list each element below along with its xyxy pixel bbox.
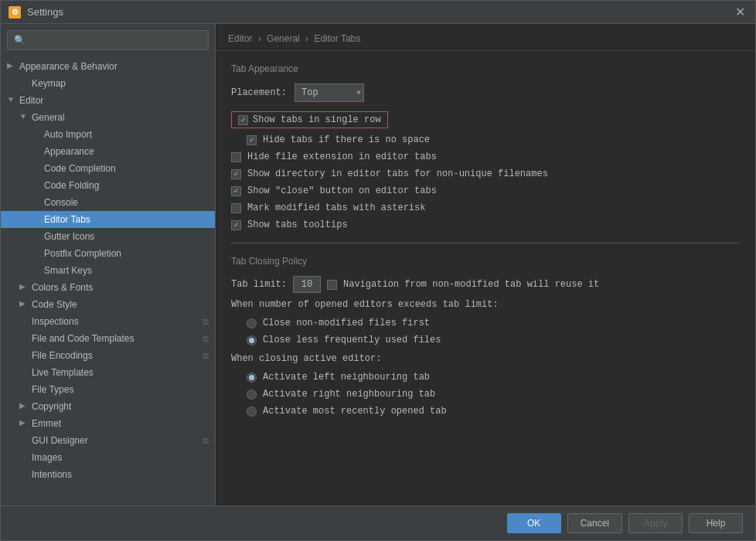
arrow-icon: [32, 180, 43, 191]
sidebar-item-code-folding[interactable]: Code Folding: [1, 177, 215, 194]
section-divider: [231, 243, 740, 243]
sidebar-item-appearance-behavior[interactable]: Appearance & Behavior: [1, 58, 215, 75]
sidebar-item-gutter-icons[interactable]: Gutter Icons: [1, 228, 215, 245]
ok-button[interactable]: OK: [507, 513, 561, 533]
arrow-icon: [7, 95, 18, 106]
checkbox-label-show-single-row: Show tabs in single row: [253, 114, 381, 125]
placement-select-wrapper[interactable]: Top Bottom Left Right ▼: [295, 83, 364, 102]
titlebar: ⚙ Settings ✕: [1, 1, 755, 24]
search-icon: 🔍: [14, 35, 26, 46]
checkbox-hide-extension[interactable]: [231, 152, 241, 162]
sidebar-item-editor[interactable]: Editor: [1, 92, 215, 109]
checkbox-label-mark-modified: Mark modified tabs with asterisk: [247, 202, 425, 213]
sidebar-item-code-completion[interactable]: Code Completion: [1, 160, 215, 177]
sidebar-item-inspections[interactable]: Inspections ⧉: [1, 313, 215, 330]
checkbox-show-directory[interactable]: [231, 169, 241, 179]
sidebar-item-label: File Types: [32, 384, 73, 395]
sidebar-item-editor-tabs[interactable]: Editor Tabs: [1, 211, 215, 228]
when-closing-row: When closing active editor:: [231, 353, 740, 364]
sidebar-item-copyright[interactable]: Copyright: [1, 398, 215, 415]
checkbox-hide-no-space[interactable]: [247, 135, 257, 145]
settings-tree: Appearance & Behavior Keymap Editor Gene…: [1, 56, 215, 505]
sidebar-item-label: GUI Designer: [32, 435, 88, 446]
breadcrumb-part-2: General: [267, 33, 300, 44]
arrow-icon: [32, 146, 43, 157]
radio-activate-left[interactable]: [247, 373, 257, 383]
section-tab-closing-title: Tab Closing Policy: [231, 256, 740, 267]
sidebar-item-label: Emmet: [32, 418, 61, 429]
arrow-icon: [19, 435, 30, 446]
radio-row-activate-left: Activate left neighbouring tab: [231, 372, 740, 383]
radio-close-less-frequent[interactable]: [247, 335, 257, 345]
breadcrumb-separator: ›: [258, 33, 261, 44]
checkbox-label-hide-extension: Hide file extension in editor tabs: [247, 151, 437, 162]
arrow-icon: [19, 384, 30, 395]
tab-limit-row: Tab limit: Navigation from non-modified …: [231, 276, 740, 293]
sidebar-item-file-types[interactable]: File Types: [1, 381, 215, 398]
sidebar-item-images[interactable]: Images: [1, 449, 215, 466]
section-tab-appearance-title: Tab Appearance: [231, 63, 740, 74]
setting-row-hide-no-space: Hide tabs if there is no space: [231, 134, 740, 145]
main-content: 🔍 Appearance & Behavior Keymap Editor: [1, 24, 755, 505]
arrow-icon: [32, 163, 43, 174]
sidebar-item-console[interactable]: Console: [1, 194, 215, 211]
arrow-icon: [32, 129, 43, 140]
arrow-icon: [19, 350, 30, 361]
arrow-icon: [19, 316, 30, 327]
sidebar-item-colors-fonts[interactable]: Colors & Fonts: [1, 279, 215, 296]
sidebar-item-code-style[interactable]: Code Style: [1, 296, 215, 313]
copy-icon: ⧉: [203, 334, 209, 344]
sidebar-item-label: File Encodings: [32, 350, 93, 361]
sidebar-item-label: Intentions: [32, 469, 72, 480]
sidebar-item-label: Smart Keys: [44, 265, 92, 276]
help-button[interactable]: Help: [689, 513, 743, 533]
radio-activate-recent[interactable]: [247, 407, 257, 417]
when-closing-label: When closing active editor:: [231, 353, 381, 364]
checkbox-show-tooltips[interactable]: [231, 220, 241, 230]
sidebar-item-label: Editor: [19, 95, 43, 106]
radio-label-close-less-frequent: Close less frequently used files: [263, 335, 441, 345]
checkbox-nav-reuse[interactable]: [327, 280, 337, 290]
sidebar-item-label: Editor Tabs: [44, 214, 90, 225]
sidebar-item-gui-designer[interactable]: GUI Designer ⧉: [1, 432, 215, 449]
sidebar-item-auto-import[interactable]: Auto Import: [1, 126, 215, 143]
arrow-icon: [19, 367, 30, 378]
arrow-icon: [19, 452, 30, 463]
sidebar-item-live-templates[interactable]: Live Templates: [1, 364, 215, 381]
checkbox-show-single-row[interactable]: [238, 115, 248, 125]
checkbox-label-hide-no-space: Hide tabs if there is no space: [263, 134, 430, 145]
search-box[interactable]: 🔍: [7, 30, 209, 50]
search-input[interactable]: [30, 35, 202, 46]
sidebar-item-label: Code Completion: [44, 163, 116, 174]
breadcrumb-part-3: Editor Tabs: [314, 33, 360, 44]
arrow-icon: [32, 248, 43, 259]
sidebar-item-file-encodings[interactable]: File Encodings ⧉: [1, 347, 215, 364]
tab-limit-input[interactable]: [293, 276, 321, 293]
radio-activate-right[interactable]: [247, 390, 257, 400]
sidebar-item-general[interactable]: General: [1, 109, 215, 126]
placement-select[interactable]: Top Bottom Left Right: [295, 83, 364, 102]
close-button[interactable]: ✕: [732, 5, 747, 20]
sidebar-item-emmet[interactable]: Emmet: [1, 415, 215, 432]
sidebar-item-postfix-completion[interactable]: Postfix Completion: [1, 245, 215, 262]
radio-row-activate-recent: Activate most recently opened tab: [231, 406, 740, 417]
placement-label: Placement:: [231, 87, 287, 98]
cancel-button[interactable]: Cancel: [567, 513, 622, 533]
sidebar-item-appearance[interactable]: Appearance: [1, 143, 215, 160]
highlighted-row: Show tabs in single row: [231, 111, 388, 128]
sidebar-item-label: Copyright: [32, 401, 71, 412]
when-exceeds-label: When number of opened editors exceeds ta…: [231, 299, 499, 310]
apply-button[interactable]: Apply: [628, 513, 683, 533]
sidebar-item-intentions[interactable]: Intentions: [1, 466, 215, 483]
radio-close-non-modified[interactable]: [247, 318, 257, 328]
sidebar-item-file-code-templates[interactable]: File and Code Templates ⧉: [1, 330, 215, 347]
checkbox-show-close[interactable]: [231, 186, 241, 196]
radio-row-activate-right: Activate right neighbouring tab: [231, 389, 740, 400]
app-icon: ⚙: [9, 6, 21, 19]
sidebar-item-label: Code Folding: [44, 180, 99, 191]
setting-row-hide-extension: Hide file extension in editor tabs: [231, 151, 740, 162]
sidebar-item-keymap[interactable]: Keymap: [1, 75, 215, 92]
checkbox-mark-modified[interactable]: [231, 203, 241, 213]
sidebar-item-smart-keys[interactable]: Smart Keys: [1, 262, 215, 279]
sidebar-item-label: Inspections: [32, 316, 79, 327]
